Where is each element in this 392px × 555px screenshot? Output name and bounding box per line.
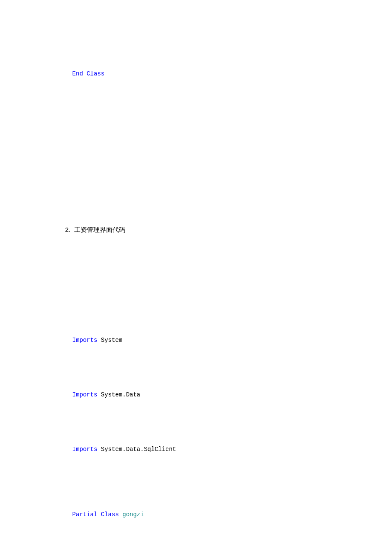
section-heading: 2. 工资管理界面代码 — [58, 212, 334, 247]
code-block: End Class 2. 工资管理界面代码 Imports System Imp… — [58, 26, 334, 555]
end-class-text: End Class — [72, 70, 105, 77]
import-system: Imports System — [58, 324, 334, 357]
import-data: Imports System.Data — [58, 379, 334, 412]
import-sqlclient: Imports System.Data.SqlClient — [58, 433, 334, 466]
partial-class: Partial Class gongzi — [58, 498, 334, 532]
end-class-line: End Class — [58, 58, 334, 90]
